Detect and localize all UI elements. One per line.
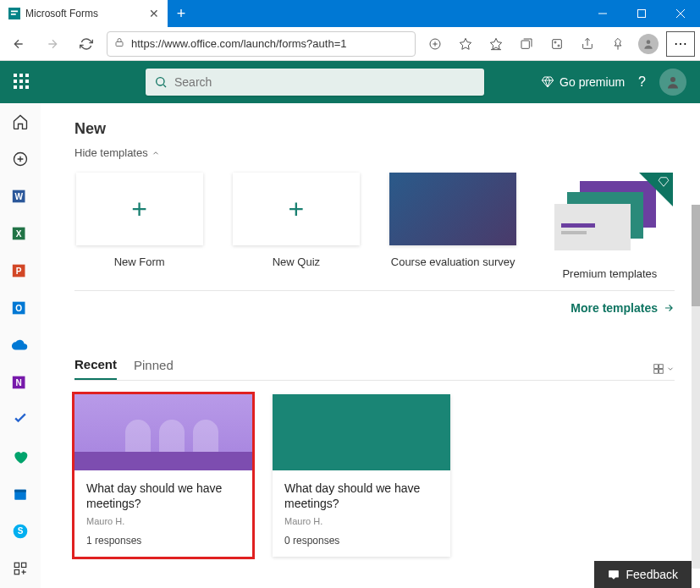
app-launcher-icon[interactable] <box>14 74 30 91</box>
svg-rect-43 <box>659 369 664 373</box>
svg-point-12 <box>554 41 556 43</box>
close-icon[interactable]: ✕ <box>149 7 159 20</box>
svg-point-13 <box>558 45 559 47</box>
favorites-icon[interactable] <box>483 31 509 57</box>
back-button[interactable] <box>5 30 32 58</box>
profile-avatar[interactable] <box>636 31 661 57</box>
calendar-icon[interactable] <box>10 484 30 504</box>
svg-rect-7 <box>116 42 123 47</box>
account-avatar[interactable] <box>659 69 686 96</box>
forms-tabbar: Recent Pinned <box>74 357 675 381</box>
svg-rect-42 <box>654 369 659 373</box>
feedback-button[interactable]: Feedback <box>594 561 692 588</box>
form-card[interactable]: What day should we have meetings? Mauro … <box>273 394 450 557</box>
hide-templates-label: Hide templates <box>74 146 148 159</box>
extensions-icon[interactable] <box>544 31 570 57</box>
onedrive-icon[interactable] <box>10 335 30 355</box>
plus-icon: + <box>131 194 147 225</box>
svg-point-15 <box>157 78 164 85</box>
go-premium-button[interactable]: Go premium <box>541 75 625 89</box>
search-box[interactable] <box>146 69 484 96</box>
scrollbar-thumb[interactable] <box>692 205 700 306</box>
card-responses: 0 responses <box>284 535 438 547</box>
search-input[interactable] <box>174 75 476 89</box>
chevron-up-icon <box>152 149 160 157</box>
close-window-button[interactable] <box>661 0 700 27</box>
form-card[interactable]: What day should we have meetings? Mauro … <box>74 394 252 557</box>
view-toggle[interactable] <box>653 363 675 375</box>
svg-point-14 <box>647 40 651 44</box>
add-page-icon[interactable] <box>422 31 448 57</box>
app-header: Go premium ? <box>0 61 700 103</box>
browser-toolbar: https://www.office.com/launch/forms?auth… <box>0 27 700 61</box>
card-thumbnail <box>74 394 252 470</box>
premium-label: Go premium <box>559 75 625 89</box>
svg-text:O: O <box>15 304 22 313</box>
address-bar[interactable]: https://www.office.com/launch/forms?auth… <box>107 31 416 57</box>
header-actions: Go premium ? <box>541 69 686 96</box>
svg-rect-38 <box>561 223 595 228</box>
svg-text:N: N <box>16 378 22 387</box>
svg-rect-33 <box>22 563 26 567</box>
outlook-icon[interactable]: O <box>10 298 30 318</box>
all-apps-icon[interactable] <box>10 558 30 579</box>
template-premium[interactable]: Premium templates <box>545 173 675 280</box>
home-icon[interactable] <box>10 112 30 132</box>
family-icon[interactable] <box>10 447 30 467</box>
toolbar-actions: ⋯ <box>422 31 695 57</box>
scrollbar[interactable] <box>692 205 700 569</box>
excel-icon[interactable]: X <box>10 223 30 244</box>
card-author: Mauro H. <box>284 516 438 526</box>
collections-icon[interactable] <box>514 31 539 57</box>
more-templates-link[interactable]: More templates <box>74 290 675 315</box>
window-controls <box>583 0 700 27</box>
premium-badge <box>639 173 673 206</box>
main-content: New Hide templates + New Form + New Quiz… <box>41 103 700 588</box>
refresh-button[interactable] <box>73 30 100 58</box>
template-new-form[interactable]: + New Form <box>74 173 204 280</box>
skype-icon[interactable]: S <box>10 521 30 541</box>
pin-icon[interactable] <box>605 31 631 57</box>
template-new-quiz[interactable]: + New Quiz <box>231 173 361 280</box>
minimize-button[interactable] <box>583 0 622 27</box>
card-thumbnail <box>273 394 450 470</box>
forward-button[interactable] <box>39 30 66 58</box>
diamond-icon <box>541 75 554 89</box>
tab-recent[interactable]: Recent <box>74 357 117 380</box>
content-area: W X P O N S New Hide templates + New For… <box>0 103 700 588</box>
svg-rect-1 <box>11 11 18 13</box>
new-heading: New <box>74 120 675 138</box>
svg-rect-4 <box>638 10 646 18</box>
tab-title: Microsoft Forms <box>25 8 144 19</box>
feedback-label: Feedback <box>626 568 678 581</box>
svg-text:W: W <box>14 192 23 201</box>
tab-pinned[interactable]: Pinned <box>134 358 174 379</box>
word-icon[interactable]: W <box>10 186 30 206</box>
powerpoint-icon[interactable]: P <box>10 261 30 281</box>
create-icon[interactable] <box>10 149 30 169</box>
browser-tab-active[interactable]: Microsoft Forms ✕ <box>0 0 168 27</box>
url-text: https://www.office.com/launch/forms?auth… <box>131 37 346 50</box>
star-icon[interactable] <box>453 31 478 57</box>
svg-rect-32 <box>14 563 19 567</box>
hide-templates-toggle[interactable]: Hide templates <box>74 146 675 159</box>
forms-icon <box>8 8 20 19</box>
feedback-icon <box>608 569 620 580</box>
window-titlebar: Microsoft Forms ✕ + <box>0 0 700 27</box>
maximize-button[interactable] <box>622 0 661 27</box>
help-button[interactable]: ? <box>638 74 646 90</box>
more-button[interactable]: ⋯ <box>666 31 695 57</box>
lock-icon <box>114 37 124 50</box>
search-icon <box>154 75 168 89</box>
card-title: What day should we have meetings? <box>86 481 240 511</box>
share-icon[interactable] <box>575 31 600 57</box>
app-rail: W X P O N S <box>0 103 41 588</box>
svg-rect-40 <box>654 364 659 368</box>
svg-text:X: X <box>16 229 22 239</box>
new-tab-button[interactable]: + <box>168 0 195 27</box>
todo-icon[interactable] <box>10 409 30 430</box>
card-title: What day should we have meetings? <box>284 481 438 511</box>
card-responses: 1 responses <box>86 535 240 547</box>
onenote-icon[interactable]: N <box>10 372 30 393</box>
template-course-eval[interactable]: Course evaluation survey <box>389 173 518 280</box>
